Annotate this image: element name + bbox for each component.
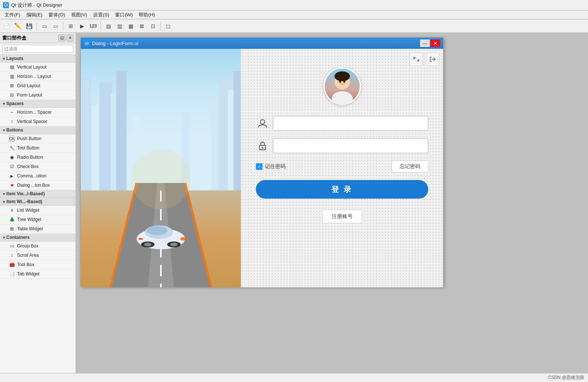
radio-button-icon: ◉ (9, 154, 15, 160)
panel-title-controls: ◱ ✕ (58, 35, 73, 41)
toolbar-layout5[interactable]: ⊡ (148, 21, 158, 31)
password-input[interactable] (273, 138, 428, 153)
toolbar-tab[interactable]: 123 (88, 21, 98, 31)
list-widget-label: List Widget (17, 208, 39, 213)
category-spacers[interactable]: ▾ Spacers (0, 100, 76, 108)
toolbar-save[interactable]: 💾 (24, 21, 34, 31)
menu-window[interactable]: 窗口(W) (112, 11, 136, 19)
sidebar-item-push-button[interactable]: OK Push Button (0, 134, 76, 143)
toolbar-new[interactable]: 📄 (1, 21, 12, 31)
toolbar-redo[interactable]: ▭ (50, 21, 61, 31)
toolbar-preview[interactable]: ◻ (163, 21, 174, 31)
app-title: Qt 设计师 - Qt Designer (11, 2, 62, 9)
toolbar-select[interactable]: ▶ (77, 21, 87, 31)
sidebar-item-tab-widget[interactable]: 📑 Tab Widget (0, 269, 76, 279)
list-widget-icon: ≡ (9, 207, 15, 213)
sidebar-item-vertical-layout[interactable]: ▤ Vertical Layout (0, 63, 76, 72)
dialog-window: Qt Dialog - LoginForm.ui — ✕ (80, 37, 444, 287)
menu-help[interactable]: 帮助(H) (136, 11, 158, 19)
filter-input[interactable] (2, 45, 73, 53)
category-layouts-label: Layouts (6, 56, 23, 61)
sidebar-item-horizontal-spacer[interactable]: ↔ Horizon... Spacer (0, 108, 76, 117)
main-layout: 窗口部件盒 ◱ ✕ ▾ Layouts ▤ Vertical Layout ▥ … (0, 33, 588, 382)
remember-checkbox[interactable]: ✓ (256, 163, 263, 170)
login-button[interactable]: 登 录 (256, 180, 428, 199)
svg-point-41 (339, 80, 341, 83)
tree-widget-label: Tree Widget (17, 217, 41, 222)
svg-rect-7 (116, 71, 127, 190)
username-input[interactable] (273, 116, 428, 131)
toolbar-widget[interactable]: ⊞ (66, 21, 76, 31)
command-button-icon: ▶ (9, 173, 15, 179)
form-layout-icon: ⊟ (9, 92, 15, 98)
dialog-icon: Qt (84, 40, 90, 46)
table-widget-label: Table Widget (17, 226, 43, 231)
filter-box (0, 43, 76, 55)
sidebar-item-scroll-area[interactable]: ↕ Scroll Area (0, 251, 76, 260)
dialog-minimize-btn[interactable]: — (420, 40, 430, 47)
register-button[interactable]: 注册账号 (322, 210, 362, 223)
svg-point-25 (170, 243, 178, 246)
forgot-password-button[interactable]: 忘记密码 (392, 161, 428, 173)
table-widget-icon: ⊞ (9, 226, 15, 232)
arrow-buttons: ▾ (3, 128, 5, 132)
menu-settings[interactable]: 设置(S) (90, 11, 112, 19)
dialog-close-btn[interactable]: ✕ (430, 40, 440, 47)
dialog-window-controls: — ✕ (420, 40, 440, 47)
menu-view[interactable]: 视图(V) (68, 11, 90, 19)
panel-title-bar: 窗口部件盒 ◱ ✕ (0, 33, 76, 43)
toolbar-open[interactable]: ✏️ (13, 21, 23, 31)
sidebar-item-grid-layout[interactable]: ⊞ Grid Layout (0, 81, 76, 91)
sidebar-item-vertical-spacer[interactable]: ↕ Vertical Spacer (0, 117, 76, 126)
sidebar-item-tool-button[interactable]: 🔧 Tool Button (0, 143, 76, 153)
sidebar-list: ▾ Layouts ▤ Vertical Layout ▥ Horizon...… (0, 55, 76, 382)
sidebar-item-table-widget[interactable]: ⊞ Table Widget (0, 224, 76, 234)
tool-box-label: Tool Box (17, 262, 34, 267)
tree-widget-icon: 🌲 (9, 217, 15, 222)
menu-edit[interactable]: 编辑(E) (23, 11, 45, 19)
toolbar-layout1[interactable]: ▤ (103, 21, 114, 31)
scroll-area-icon: ↕ (9, 252, 15, 258)
category-layouts[interactable]: ▾ Layouts (0, 55, 76, 63)
toolbar-layout4[interactable]: ⊠ (137, 21, 147, 31)
menu-form[interactable]: 窗体(O) (45, 11, 68, 19)
form-layout-label: Form Layout (17, 92, 42, 98)
panel-close-btn[interactable]: ✕ (67, 35, 73, 41)
shrink-icon-btn[interactable] (410, 53, 423, 66)
toolbar-undo[interactable]: ▭ (39, 21, 50, 31)
grid-layout-label: Grid Layout (17, 83, 40, 88)
sidebar-item-radio-button[interactable]: ◉ Radio Button (0, 153, 76, 162)
svg-rect-27 (139, 238, 143, 240)
sidebar-item-dialog-button-box[interactable]: ✖ Dialog ...ton Box (0, 181, 76, 190)
category-containers[interactable]: ▾ Containers (0, 234, 76, 241)
lock-icon (256, 139, 269, 152)
sidebar-item-command-button[interactable]: ▶ Comma...utton (0, 171, 76, 181)
top-right-icons (410, 53, 439, 66)
group-box-label: Group Box (17, 243, 38, 249)
category-item-widgets[interactable]: ▾ Item Wi...-Based) (0, 198, 76, 206)
grid-layout-icon: ⊞ (9, 83, 15, 89)
toolbar-sep2 (63, 22, 63, 31)
status-text: CSDN @思绪无限 (548, 375, 584, 381)
sidebar-item-form-layout[interactable]: ⊟ Form Layout (0, 91, 76, 100)
panel-title: 窗口部件盒 (2, 35, 26, 41)
category-spacers-label: Spacers (6, 101, 24, 106)
category-buttons[interactable]: ▾ Buttons (0, 126, 76, 134)
panel-float-btn[interactable]: ◱ (58, 35, 65, 41)
logout-icon-btn[interactable] (426, 53, 439, 66)
toolbar-sep1 (36, 22, 37, 31)
sidebar-item-list-widget[interactable]: ≡ List Widget (0, 206, 76, 215)
sidebar-item-tool-box[interactable]: 🧰 Tool Box (0, 260, 76, 269)
sidebar-item-group-box[interactable]: ▭ Group Box (0, 241, 76, 251)
category-item-views[interactable]: ▾ Item Vie...l-Based) (0, 190, 76, 198)
svg-point-21 (147, 226, 168, 235)
remember-left: ✓ 记住密码 (256, 163, 388, 170)
toolbar-layout3[interactable]: ▦ (125, 21, 136, 31)
toolbar-layout2[interactable]: ▥ (114, 21, 125, 31)
tab-widget-label: Tab Widget (17, 271, 39, 277)
sidebar-item-check-box[interactable]: ☑ Check Box (0, 162, 76, 171)
svg-rect-3 (83, 79, 90, 190)
menu-file[interactable]: 文件(F) (1, 11, 23, 19)
sidebar-item-tree-widget[interactable]: 🌲 Tree Widget (0, 215, 76, 224)
sidebar-item-horizontal-layout[interactable]: ▥ Horizon... Layout (0, 72, 76, 81)
